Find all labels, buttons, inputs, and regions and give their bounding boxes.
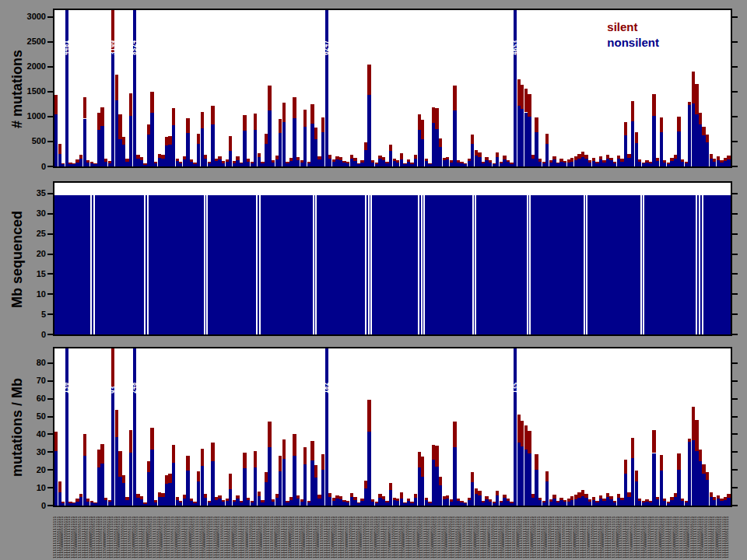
sample-x-label: 111111155555111111 bbox=[469, 510, 473, 558]
bar-segment bbox=[545, 471, 549, 481]
axis-tick bbox=[732, 166, 738, 167]
bar-segment bbox=[624, 460, 627, 474]
sample-x-label: 111111155555111111 bbox=[270, 510, 274, 558]
bar-segment bbox=[54, 95, 58, 114]
bar-gap-line bbox=[423, 195, 425, 334]
axis-tick bbox=[732, 293, 738, 295]
bar-segment bbox=[496, 491, 499, 495]
bar-gap-line bbox=[313, 195, 314, 334]
axis-tick bbox=[47, 66, 53, 68]
axis-tick bbox=[47, 273, 53, 275]
bar-segment bbox=[631, 438, 634, 459]
bar-segment bbox=[453, 110, 456, 166]
sample-x-label: 111111155555111111 bbox=[227, 510, 231, 558]
bar-segment bbox=[699, 113, 702, 124]
y-tick-label: 10 bbox=[10, 484, 46, 492]
bar-gap-line bbox=[90, 195, 92, 334]
y-tick-label: 70 bbox=[10, 376, 46, 385]
bar-segment bbox=[635, 132, 638, 142]
bar-segment bbox=[367, 95, 370, 166]
bar-segment bbox=[58, 144, 61, 154]
bar-segment bbox=[609, 496, 612, 499]
bar-segment bbox=[663, 160, 666, 163]
bar-segment bbox=[140, 157, 143, 160]
bar-gap-line bbox=[206, 195, 208, 334]
bar-segment bbox=[425, 498, 428, 500]
y-tick-label: 0 bbox=[10, 502, 46, 510]
bar-segment bbox=[236, 495, 239, 499]
bar-segment bbox=[258, 492, 261, 496]
bar-segment bbox=[592, 158, 595, 161]
bar-segment bbox=[204, 155, 207, 159]
bar-segment bbox=[150, 92, 153, 113]
bar-segment bbox=[268, 422, 271, 447]
y-tick-label: 2000 bbox=[10, 62, 46, 71]
bar-segment bbox=[353, 158, 356, 161]
sample-x-label: 111111111111111111 bbox=[252, 510, 256, 558]
bar-gap-line bbox=[472, 195, 474, 334]
sample-x-label: 111111155555111111 bbox=[412, 510, 416, 558]
bar-segment bbox=[293, 97, 296, 118]
bar-segment bbox=[503, 495, 506, 499]
axis-tick bbox=[47, 193, 53, 194]
bar-segment bbox=[367, 65, 370, 96]
axis-tick bbox=[732, 487, 738, 488]
sample-x-label: 111111111111111111 bbox=[494, 510, 498, 558]
bar-segment bbox=[439, 477, 442, 485]
bar-gap-line bbox=[93, 195, 95, 334]
bar-segment bbox=[282, 122, 286, 166]
bar-segment bbox=[471, 472, 474, 482]
bar-segment bbox=[211, 106, 214, 124]
sample-x-label: 111111111555555111 bbox=[704, 510, 708, 558]
bar-segment bbox=[421, 457, 424, 477]
bar-segment bbox=[439, 138, 442, 147]
bar-segment bbox=[176, 497, 179, 500]
axis-tick bbox=[732, 313, 738, 315]
axis-tick bbox=[732, 141, 738, 142]
bar-gap-line bbox=[204, 195, 205, 334]
axis-tick bbox=[47, 213, 53, 215]
bar-gap-line bbox=[256, 195, 258, 334]
sample-x-label: 111111111555555111 bbox=[419, 510, 423, 558]
bar-gap-line bbox=[586, 195, 587, 334]
axis-tick bbox=[732, 362, 738, 364]
axis-tick bbox=[732, 451, 738, 453]
bar-gap-line bbox=[643, 195, 644, 334]
y-tick-label: 500 bbox=[10, 137, 46, 145]
bar-segment bbox=[204, 494, 207, 498]
bar-segment bbox=[478, 491, 481, 495]
bar-segment bbox=[254, 451, 257, 468]
bar-gap-line bbox=[529, 195, 531, 334]
axis-tick bbox=[47, 416, 53, 418]
bar-segment bbox=[535, 117, 538, 132]
bar-segment bbox=[584, 155, 587, 159]
bar-segment bbox=[150, 428, 153, 450]
mutations-panel: 44813199852462474653 silent nonsilent bbox=[53, 9, 732, 168]
axis-tick bbox=[732, 213, 738, 215]
axis-tick bbox=[47, 313, 53, 315]
mb-sequenced-panel bbox=[53, 181, 732, 336]
bar-segment bbox=[303, 464, 307, 506]
bar-segment bbox=[446, 495, 449, 499]
axis-tick bbox=[47, 334, 53, 335]
bar-segment bbox=[471, 135, 474, 144]
legend-item-silent: silent bbox=[607, 19, 659, 35]
sample-x-label: 111111111111111111 bbox=[195, 510, 199, 558]
axis-tick bbox=[47, 116, 53, 117]
bar-segment bbox=[293, 434, 296, 456]
sample-x-label: 111558888885551111 bbox=[444, 510, 448, 558]
axis-tick bbox=[47, 469, 53, 471]
bar-segment bbox=[115, 410, 118, 437]
sample-x-label: 111111111111111111 bbox=[537, 510, 541, 558]
legend-item-nonsilent: nonsilent bbox=[607, 35, 659, 51]
bar-segment bbox=[489, 499, 492, 502]
bar-segment bbox=[100, 107, 103, 126]
bar-segment bbox=[339, 496, 342, 499]
bar-segment bbox=[545, 134, 549, 144]
bar-segment bbox=[243, 453, 246, 469]
bar-segment bbox=[453, 86, 456, 110]
bar-segment bbox=[296, 495, 300, 499]
bar-segment bbox=[407, 159, 410, 162]
bar-gap-line bbox=[418, 195, 419, 334]
bar-gap-line bbox=[370, 195, 372, 334]
